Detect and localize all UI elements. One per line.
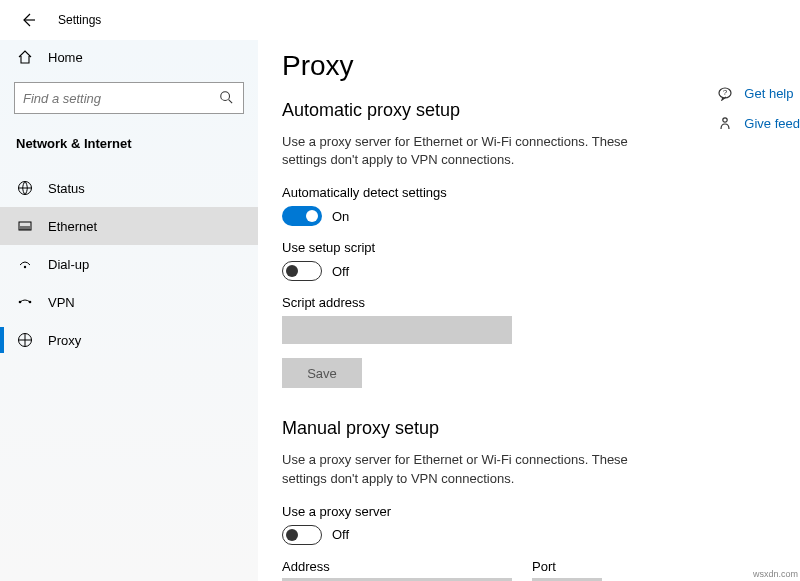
sidebar-item-vpn[interactable]: VPN bbox=[0, 283, 258, 321]
sidebar-item-label: Proxy bbox=[48, 333, 81, 348]
sidebar-item-label: Dial-up bbox=[48, 257, 89, 272]
home-icon bbox=[16, 48, 34, 66]
script-address-label: Script address bbox=[282, 295, 780, 310]
use-proxy-state: Off bbox=[332, 527, 349, 542]
sidebar-item-dialup[interactable]: Dial-up bbox=[0, 245, 258, 283]
window-title: Settings bbox=[58, 13, 101, 27]
search-box[interactable] bbox=[14, 82, 244, 114]
detect-toggle[interactable] bbox=[282, 206, 322, 226]
home-label: Home bbox=[48, 50, 83, 65]
detect-label: Automatically detect settings bbox=[282, 185, 780, 200]
page-title: Proxy bbox=[282, 50, 780, 82]
back-arrow-icon bbox=[20, 12, 36, 28]
right-panel: ? Get help Give feed bbox=[716, 84, 800, 132]
script-toggle[interactable] bbox=[282, 261, 322, 281]
sidebar: Home Network & Internet Status Ethernet bbox=[0, 40, 258, 581]
script-label: Use setup script bbox=[282, 240, 780, 255]
sidebar-item-ethernet[interactable]: Ethernet bbox=[0, 207, 258, 245]
globe-icon bbox=[16, 179, 34, 197]
get-help-link[interactable]: ? Get help bbox=[716, 84, 800, 102]
sidebar-item-label: VPN bbox=[48, 295, 75, 310]
script-state: Off bbox=[332, 264, 349, 279]
help-label: Get help bbox=[744, 86, 793, 101]
window-header: Settings bbox=[0, 0, 800, 40]
script-address-input[interactable] bbox=[282, 316, 512, 344]
home-link[interactable]: Home bbox=[0, 40, 258, 76]
help-icon: ? bbox=[716, 84, 734, 102]
sidebar-item-label: Ethernet bbox=[48, 219, 97, 234]
address-label: Address bbox=[282, 559, 512, 574]
feedback-label: Give feed bbox=[744, 116, 800, 131]
auto-section-desc: Use a proxy server for Ethernet or Wi-Fi… bbox=[282, 133, 642, 169]
dialup-icon bbox=[16, 255, 34, 273]
svg-text:?: ? bbox=[723, 88, 728, 97]
category-title: Network & Internet bbox=[0, 128, 258, 169]
save-button[interactable]: Save bbox=[282, 358, 362, 388]
auto-section-title: Automatic proxy setup bbox=[282, 100, 780, 121]
watermark: wsxdn.com bbox=[753, 569, 798, 579]
ethernet-icon bbox=[16, 217, 34, 235]
give-feedback-link[interactable]: Give feed bbox=[716, 114, 800, 132]
back-button[interactable] bbox=[16, 8, 40, 32]
sidebar-item-label: Status bbox=[48, 181, 85, 196]
svg-point-9 bbox=[723, 118, 727, 122]
use-proxy-label: Use a proxy server bbox=[282, 504, 780, 519]
svg-point-0 bbox=[221, 92, 230, 101]
detect-state: On bbox=[332, 209, 349, 224]
sidebar-item-status[interactable]: Status bbox=[0, 169, 258, 207]
use-proxy-toggle[interactable] bbox=[282, 525, 322, 545]
manual-section-title: Manual proxy setup bbox=[282, 418, 780, 439]
feedback-icon bbox=[716, 114, 734, 132]
vpn-icon bbox=[16, 293, 34, 311]
manual-section-desc: Use a proxy server for Ethernet or Wi-Fi… bbox=[282, 451, 642, 487]
port-label: Port bbox=[532, 559, 602, 574]
search-icon bbox=[219, 90, 235, 106]
svg-point-3 bbox=[24, 266, 26, 268]
search-input[interactable] bbox=[23, 91, 219, 106]
sidebar-item-proxy[interactable]: Proxy bbox=[0, 321, 258, 359]
proxy-icon bbox=[16, 331, 34, 349]
